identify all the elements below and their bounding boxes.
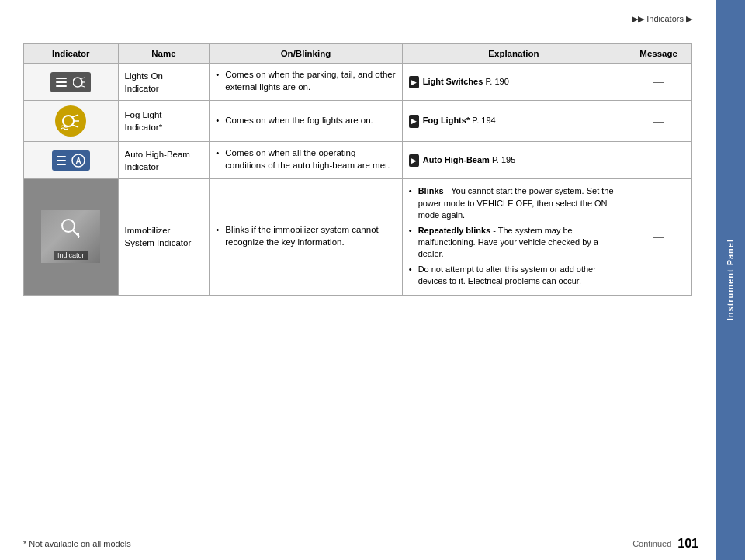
main-content: ▶▶ Indicators ▶ Indicator Name On/Blinki…	[0, 0, 716, 560]
highbeam-name: Auto High-BeamIndicator	[118, 142, 210, 179]
svg-rect-19	[78, 235, 79, 238]
svg-rect-1	[56, 81, 67, 83]
svg-rect-13	[57, 164, 66, 165]
table-row: A Auto High-BeamIndicator Comes on when …	[24, 142, 692, 179]
indicator-icon-cell-fog	[24, 101, 119, 142]
highbeam-onblinking: Comes on when all the operating conditio…	[210, 142, 402, 179]
svg-point-7	[63, 116, 74, 126]
svg-line-8	[72, 115, 78, 117]
fog-light-message: —	[625, 101, 692, 142]
svg-rect-11	[57, 156, 66, 157]
indicator-icon-cell-lights	[24, 64, 119, 101]
table-header-row: Indicator Name On/Blinking Explanation M…	[24, 44, 692, 64]
svg-rect-18	[76, 233, 79, 235]
lights-on-icon	[50, 72, 91, 92]
svg-rect-2	[56, 85, 67, 87]
list-item: Comes on when the fog lights are on.	[216, 114, 395, 126]
fog-light-icon	[55, 105, 86, 137]
col-header-indicator: Indicator	[24, 44, 119, 64]
ref-icon: ▶	[409, 154, 419, 167]
indicators-table: Indicator Name On/Blinking Explanation M…	[23, 43, 692, 296]
ref-page: P. 194	[472, 116, 495, 125]
immobilizer-image: Indicator	[41, 210, 100, 263]
highbeam-explanation: ▶ Auto High-Beam P. 195	[402, 142, 625, 179]
headlight-icon	[73, 76, 85, 88]
immobilizer-onblinking: Blinks if the immobilizer system cannot …	[210, 179, 402, 295]
list-item: Repeatedly blinks - The system may be ma…	[409, 225, 619, 261]
footer-note: * Not available on all models	[23, 539, 131, 548]
table-row: Indicator ImmobilizerSystem Indicator Bl…	[24, 179, 692, 295]
list-item: Comes on when all the operating conditio…	[216, 147, 395, 171]
svg-rect-0	[56, 78, 67, 79]
lights-on-name: Lights OnIndicator	[118, 64, 210, 101]
highbeam-circle-icon: A	[71, 154, 85, 168]
fog-light-onblinking: Comes on when the fog lights are on.	[210, 101, 402, 142]
immobilizer-explanation: Blinks - You cannot start the power syst…	[402, 179, 625, 295]
footer-page: 101	[677, 537, 698, 551]
breadcrumb-text: ▶▶ Indicators ▶	[632, 14, 692, 23]
highbeam-icon: A	[52, 150, 90, 171]
table-row: Fog LightIndicator* Comes on when the fo…	[24, 101, 692, 142]
ref-text: Auto High-Beam	[423, 155, 490, 164]
sidebar-label: Instrument Panel	[726, 239, 735, 320]
breadcrumb: ▶▶ Indicators ▶	[23, 8, 692, 29]
fog-svg	[61, 111, 81, 131]
ref-text: Fog Lights*	[423, 116, 470, 125]
sidebar: Instrument Panel	[716, 0, 745, 560]
lights-on-onblinking: Comes on when the parking, tail, and oth…	[210, 64, 402, 101]
indicator-icon-cell-highbeam: A	[24, 142, 119, 179]
immobilizer-label: Indicator	[54, 251, 88, 260]
col-header-name: Name	[118, 44, 210, 64]
fog-light-explanation: ▶ Fog Lights* P. 194	[402, 101, 625, 142]
lines-icon	[56, 76, 70, 88]
repeatedly-blinks-label: Repeatedly blinks	[418, 226, 491, 235]
svg-point-16	[62, 220, 74, 232]
key-icon	[59, 216, 82, 240]
col-header-onblinking: On/Blinking	[210, 44, 402, 64]
immobilizer-message: —	[625, 179, 692, 295]
lights-on-message: —	[625, 64, 692, 101]
ref-text: Light Switches	[423, 77, 483, 86]
footer-right: Continued 101	[632, 537, 698, 551]
ref-page: P. 195	[492, 155, 515, 164]
list-item: Blinks - You cannot start the power syst…	[409, 185, 619, 221]
blinks-label: Blinks	[418, 186, 444, 195]
highbeam-lines-icon	[57, 155, 69, 166]
ref-page: P. 190	[485, 77, 508, 86]
immobilizer-name: ImmobilizerSystem Indicator	[118, 179, 210, 295]
footer: * Not available on all models Continued …	[23, 537, 698, 551]
svg-rect-12	[57, 160, 66, 161]
col-header-message: Message	[625, 44, 692, 64]
list-item: Blinks if the immobilizer system cannot …	[216, 223, 395, 248]
highbeam-message: —	[625, 142, 692, 179]
list-item: Comes on when the parking, tail, and oth…	[216, 68, 395, 93]
footer-continued: Continued	[632, 539, 671, 548]
table-row: Lights OnIndicator Comes on when the par…	[24, 64, 692, 101]
ref-icon: ▶	[409, 76, 419, 88]
col-header-explanation: Explanation	[402, 44, 625, 64]
svg-text:A: A	[75, 157, 81, 165]
list-item: Do not attempt to alter this system or a…	[409, 264, 619, 288]
indicator-icon-cell-immobilizer: Indicator	[24, 179, 119, 295]
lights-on-explanation: ▶ Light Switches P. 190	[402, 64, 625, 101]
ref-icon: ▶	[409, 115, 419, 127]
svg-line-10	[72, 125, 78, 127]
fog-light-name: Fog LightIndicator*	[118, 101, 210, 142]
